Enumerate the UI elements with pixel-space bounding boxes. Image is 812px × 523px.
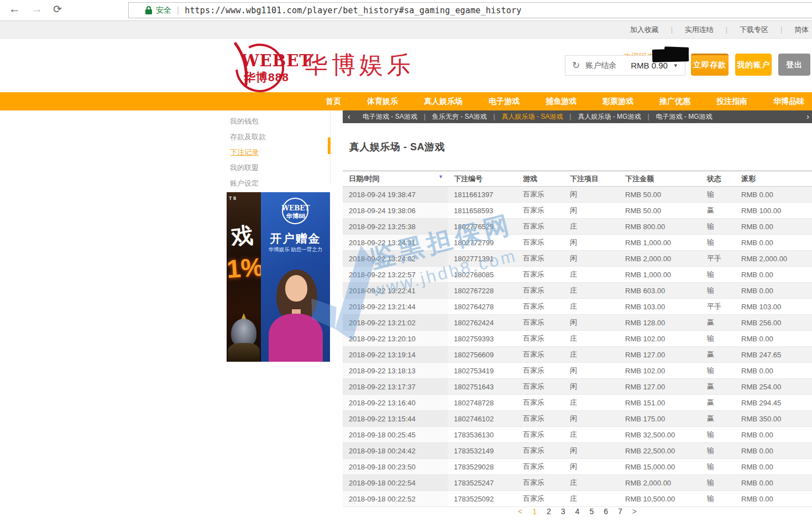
pagination: <1234567> [343,507,812,516]
table-cell: 闲 [564,315,619,331]
utility-link-4[interactable]: 简体 [794,25,809,35]
sidebar-item-5[interactable]: 账户设定 [230,176,331,191]
table-cell: 庄 [564,331,619,347]
my-account-button[interactable]: 我的账户 [735,54,772,76]
table-cell: 闲 [564,203,619,219]
table-cell: 2018-09-24 19:38:47 [343,187,448,203]
table-cell: RMB 103.00 [735,299,812,315]
column-header-3[interactable]: 游戏 [517,171,564,187]
table-cell: 输 [701,427,735,443]
sidebar-item-1[interactable]: 我的钱包 [230,114,331,129]
table-row: 2018-09-22 13:25:381802776529百家乐庄RMB 800… [343,219,812,235]
nav-item-1[interactable]: 首页 [326,92,341,110]
table-cell: 庄 [564,267,619,283]
table-cell: RMB 15,000.00 [619,459,701,475]
sort-desc-icon[interactable]: ▼ [438,174,443,179]
table-row: 2018-09-22 13:16:401802748728百家乐庄RMB 151… [343,395,812,411]
history-tab-5[interactable]: 电子游戏 - MG游戏 [656,113,713,120]
history-tab-4[interactable]: 真人娱乐场 - MG游戏 [578,113,641,120]
utility-link-2[interactable]: 实用连结 [685,25,714,35]
column-header-2[interactable]: 下注编号 [448,171,517,187]
column-header-1[interactable]: 日期/时间▼ [343,171,448,187]
column-header-5[interactable]: 下注金额 [619,171,701,187]
banner-subtitle: 华博娱乐 助您一臂之力 [261,246,330,253]
table-cell: 平手 [701,299,735,315]
column-header-6[interactable]: 状态 [701,171,735,187]
sidebar-item-2[interactable]: 存款及取款 [230,129,331,145]
pagination-page-1[interactable]: 1 [532,507,537,516]
nav-item-2[interactable]: 体育娱乐 [367,92,398,110]
table-cell: RMB 50.00 [619,187,701,203]
logo-brand: WEBET [241,51,312,70]
table-cell: 2018-09-22 13:16:40 [343,395,448,411]
table-cell: RMB 103.00 [619,299,701,315]
browser-back-icon[interactable]: ← [9,2,20,15]
table-cell: 闲 [564,187,619,203]
table-cell: 2018-09-18 00:25:45 [343,427,448,443]
pagination-prev[interactable]: < [518,507,522,516]
logout-button[interactable]: 登出 [778,54,810,76]
balance-refresh-icon[interactable]: ↻ [572,60,580,71]
history-tab-3[interactable]: 真人娱乐场 - SA游戏 [502,113,563,120]
column-header-7[interactable]: 派彩 [735,171,812,187]
secure-label: 安全 [156,6,171,15]
table-cell: 庄 [564,347,619,363]
nav-item-8[interactable]: 投注指南 [716,92,747,110]
table-cell: 1811658593 [448,203,517,219]
nav-item-9[interactable]: 华博品味 [773,92,804,110]
table-cell: 1802746102 [448,411,517,427]
utility-link-3[interactable]: 下载专区 [740,25,768,35]
history-tab-2[interactable]: 鱼乐无穷 - SA游戏 [432,113,487,120]
history-tab-strip: ‹ 电子游戏 - SA游戏|鱼乐无穷 - SA游戏|真人娱乐场 - SA游戏|真… [343,110,812,123]
sidebar-menu: 我的钱包存款及取款下注记录我的联盟账户设定 [227,110,331,191]
pagination-page-4[interactable]: 4 [575,507,580,516]
nav-item-3[interactable]: 真人娱乐场 [424,92,463,110]
table-row: 2018-09-18 00:24:421783532149百家乐闲RMB 22,… [343,443,812,459]
pagination-page-2[interactable]: 2 [547,507,551,516]
promo-banner[interactable]: T 8 戏 1% WEBET 华博88 开户赠金 华博娱乐 助您一臂之力 [227,192,330,362]
site-logo[interactable]: WEBET 华博888 华博娱乐 [226,40,413,91]
table-cell: 百家乐 [517,251,564,267]
column-header-4[interactable]: 下注项目 [564,171,619,187]
table-cell: 2018-09-22 13:18:13 [343,363,448,379]
address-bar[interactable]: 安全 | https://www.wbg1101.com/player/bet_… [128,2,812,18]
table-cell: 输 [701,331,735,347]
screen: ← → ⟳ 安全 | https://www.wbg1101.com/playe… [0,0,812,523]
table-cell: RMB 254.00 [735,379,812,395]
deposit-button[interactable]: 立即存款 [691,54,729,76]
table-cell: RMB 32,500.00 [619,427,701,443]
tab-separator: | [569,113,571,120]
table-cell: 闲 [564,459,619,475]
tab-scroll-right-icon[interactable]: › [806,110,809,123]
account-sidebar: 我的钱包存款及取款下注记录我的联盟账户设定 [227,110,331,191]
browser-forward-icon[interactable]: → [31,2,43,15]
table-row: 2018-09-22 13:18:131802753419百家乐闲RMB 102… [343,363,812,379]
pagination-page-7[interactable]: 7 [618,507,622,516]
logo-sub: 华博888 [244,70,289,85]
table-cell: 2018-09-22 13:24:02 [343,251,448,267]
table-row: 2018-09-22 13:20:101802759393百家乐庄RMB 102… [343,331,812,347]
table-row: 2018-09-22 13:24:311802772799百家乐闲RMB 1,0… [343,235,812,251]
table-cell: RMB 1,000.00 [619,235,701,251]
pagination-next[interactable]: > [632,507,637,516]
sidebar-item-4[interactable]: 我的联盟 [230,160,331,176]
table-cell: 赢 [701,315,735,331]
balance-dropdown-icon[interactable]: ▾ [674,62,677,69]
nav-item-4[interactable]: 电子游戏 [489,92,520,110]
history-tab-1[interactable]: 电子游戏 - SA游戏 [363,113,417,120]
table-cell: 庄 [564,299,619,315]
nav-item-7[interactable]: 推广优惠 [659,92,690,110]
nav-item-6[interactable]: 彩票游戏 [603,92,633,110]
table-cell: 赢 [701,203,735,219]
pagination-page-6[interactable]: 6 [604,507,608,516]
utility-links: 加入收藏|实用连结|下载专区|简体 [630,21,812,39]
pagination-page-3[interactable]: 3 [561,507,565,516]
table-cell: RMB 0.00 [735,475,812,491]
nav-item-5[interactable]: 捕鱼游戏 [546,92,577,110]
table-cell: 1783532149 [448,443,517,459]
tab-scroll-left-icon[interactable]: ‹ [348,110,350,123]
sidebar-item-3[interactable]: 下注记录 [230,145,331,160]
browser-refresh-icon[interactable]: ⟳ [53,3,62,15]
pagination-page-5[interactable]: 5 [589,507,594,516]
utility-link-1[interactable]: 加入收藏 [630,25,659,35]
